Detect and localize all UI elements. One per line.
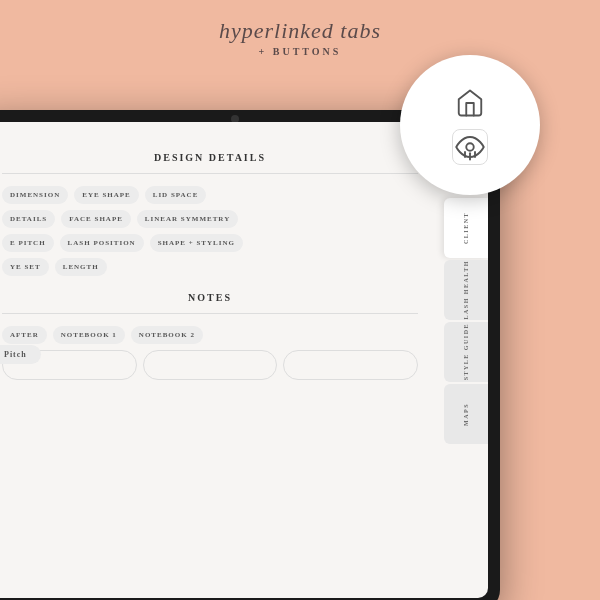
header-subtitle: + BUTTONS — [0, 46, 600, 57]
tag-lash-position[interactable]: LASH POSITION — [60, 234, 144, 252]
tag-linear-symmetry[interactable]: LINEAR SYMMETRY — [137, 210, 238, 228]
divider-2 — [2, 313, 418, 314]
tag-row-3: E PITCH LASH POSITION SHAPE + STYLING — [2, 234, 418, 252]
main-content: DESIGN DETAILS DIMENSION EYE SHAPE LID S… — [0, 122, 438, 598]
tag-pitch[interactable]: E PITCH — [2, 234, 54, 252]
tag-row-1: DIMENSION EYE SHAPE LID SPACE — [2, 186, 418, 204]
tag-dimension[interactable]: DIMENSION — [2, 186, 68, 204]
zoom-circle — [400, 55, 540, 195]
notes-tag-row: AFTER NOTEBOOK 1 NOTEBOOK 2 — [2, 326, 418, 344]
tag-eye-shape[interactable]: EYE SHAPE — [74, 186, 138, 204]
tab-maps[interactable]: MAPS — [444, 384, 488, 444]
tablet-screen: DESIGN DETAILS DIMENSION EYE SHAPE LID S… — [0, 122, 488, 598]
tab-maps-label: MAPS — [463, 403, 469, 426]
design-details-title: DESIGN DETAILS — [2, 152, 418, 163]
tag-after[interactable]: AFTER — [2, 326, 47, 344]
tablet-device: DESIGN DETAILS DIMENSION EYE SHAPE LID S… — [0, 110, 500, 600]
note-box-2[interactable] — [143, 350, 278, 380]
tab-style-guide[interactable]: STYLE GUIDE — [444, 322, 488, 382]
divider-1 — [2, 173, 418, 174]
tag-notebook-1[interactable]: NOTEBOOK 1 — [53, 326, 125, 344]
pitch-label: Pitch — [0, 345, 41, 364]
tag-face-shape[interactable]: FACE SHAPE — [61, 210, 131, 228]
notes-box-row — [2, 350, 418, 380]
home-icon-button[interactable] — [452, 85, 488, 121]
eye-icon-button[interactable] — [452, 129, 488, 165]
tab-lash-health-label: LASH HEALTH — [463, 260, 469, 319]
notes-title: NOTES — [2, 292, 418, 303]
tag-eye-set[interactable]: YE SET — [2, 258, 49, 276]
tab-client[interactable]: CLIENT — [444, 198, 488, 258]
tab-lash-health[interactable]: LASH HEALTH — [444, 260, 488, 320]
header-title: hyperlinked tabs — [0, 18, 600, 44]
note-box-3[interactable] — [283, 350, 418, 380]
tag-row-2: DETAILS FACE SHAPE LINEAR SYMMETRY — [2, 210, 418, 228]
svg-point-0 — [466, 143, 474, 151]
tag-details[interactable]: DETAILS — [2, 210, 55, 228]
tag-shape-styling[interactable]: SHAPE + STYLING — [150, 234, 243, 252]
tag-notebook-2[interactable]: NOTEBOOK 2 — [131, 326, 203, 344]
tab-style-guide-label: STYLE GUIDE — [463, 323, 469, 380]
tag-length[interactable]: LENGTH — [55, 258, 107, 276]
tab-client-label: CLIENT — [463, 212, 469, 244]
tag-row-4: YE SET LENGTH — [2, 258, 418, 276]
tag-lid-space[interactable]: LID SPACE — [145, 186, 207, 204]
header-area: hyperlinked tabs + BUTTONS — [0, 18, 600, 57]
notes-section: NOTES AFTER NOTEBOOK 1 NOTEBOOK 2 — [2, 292, 418, 380]
